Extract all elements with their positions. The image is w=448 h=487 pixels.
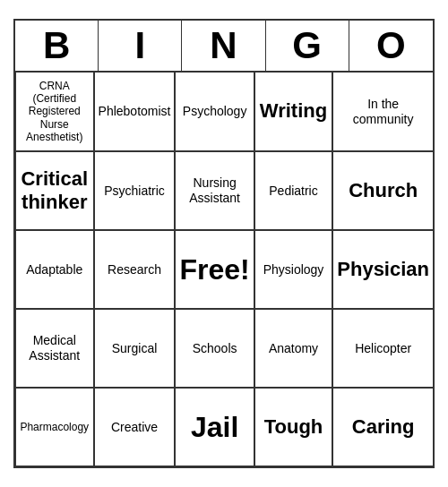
bingo-cell-21: Creative	[94, 388, 176, 466]
bingo-cell-23: Tough	[254, 388, 333, 466]
bingo-cell-10: Adaptable	[15, 230, 94, 309]
header-letter-G: G	[266, 21, 349, 71]
bingo-grid: CRNA (Certified Registered Nurse Anesthe…	[15, 73, 433, 466]
bingo-cell-19: Helicopter	[332, 309, 433, 388]
bingo-cell-7: Nursing Assistant	[175, 151, 254, 230]
header-letter-N: N	[182, 21, 265, 71]
header-letter-O: O	[349, 21, 433, 71]
bingo-cell-16: Surgical	[94, 309, 176, 388]
bingo-cell-5: Critical thinker	[15, 151, 94, 230]
header-letter-I: I	[99, 21, 182, 71]
bingo-cell-13: Physiology	[254, 230, 333, 309]
bingo-cell-15: Medical Assistant	[15, 309, 94, 388]
bingo-cell-3: Writing	[254, 73, 333, 151]
bingo-cell-9: Church	[332, 151, 433, 230]
bingo-cell-0: CRNA (Certified Registered Nurse Anesthe…	[15, 73, 94, 151]
bingo-header: BINGO	[15, 21, 433, 73]
bingo-cell-8: Pediatric	[254, 151, 333, 230]
bingo-cell-6: Psychiatric	[94, 151, 176, 230]
bingo-cell-20: Pharmacology	[15, 388, 94, 466]
bingo-cell-12: Free!	[175, 230, 254, 309]
header-letter-B: B	[15, 21, 99, 71]
bingo-cell-1: Phlebotomist	[94, 73, 176, 151]
bingo-cell-4: In the community	[332, 73, 433, 151]
bingo-cell-22: Jail	[175, 388, 254, 466]
bingo-cell-24: Caring	[332, 388, 433, 466]
bingo-card: BINGO CRNA (Certified Registered Nurse A…	[13, 19, 435, 468]
bingo-cell-18: Anatomy	[254, 309, 333, 388]
bingo-cell-2: Psychology	[175, 73, 254, 151]
bingo-cell-14: Physician	[332, 230, 433, 309]
bingo-cell-11: Research	[94, 230, 176, 309]
bingo-cell-17: Schools	[175, 309, 254, 388]
